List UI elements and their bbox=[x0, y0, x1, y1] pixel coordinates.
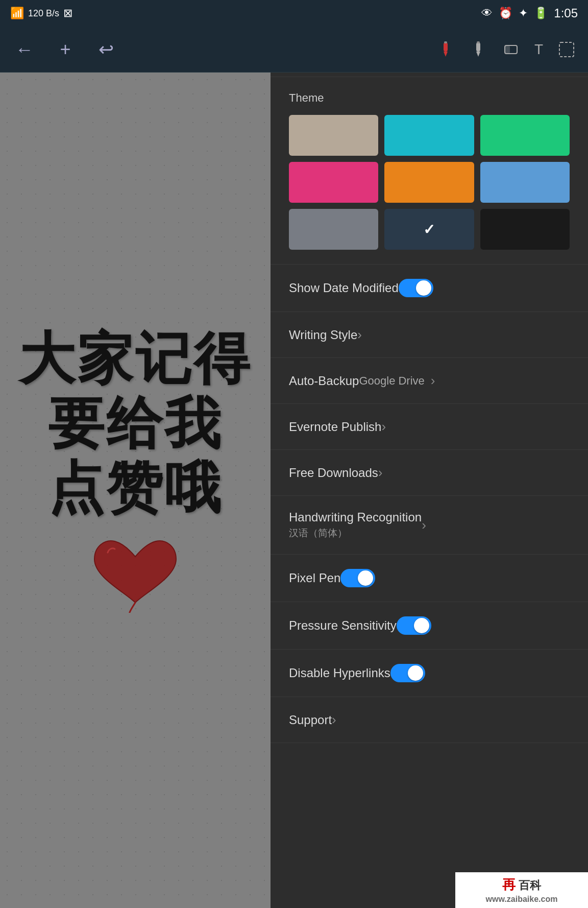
setting-sublabel-handwriting-recognition: 汉语（简体） bbox=[289, 527, 422, 540]
toggle-track-pressure-sensitivity bbox=[397, 616, 431, 635]
wifi-icon: 📶 bbox=[10, 7, 24, 20]
toggle-track-pixel-pen bbox=[340, 569, 375, 587]
pen-active-tool[interactable] bbox=[436, 40, 455, 59]
text-tool[interactable]: T bbox=[534, 41, 543, 58]
setting-row-support[interactable]: Support› bbox=[271, 697, 588, 743]
toolbar: ← + ↩ T bbox=[0, 27, 588, 73]
battery-icon: 🔋 bbox=[534, 7, 548, 20]
status-time: 1:05 bbox=[554, 6, 578, 20]
watermark: 再 百科 www.zaibaike.com bbox=[455, 872, 588, 908]
setting-label-show-date-modified: Show Date Modified bbox=[289, 281, 399, 295]
settings-rows: Show Date ModifiedWriting Style›Auto-Bac… bbox=[271, 265, 588, 743]
setting-label-pressure-sensitivity: Pressure Sensitivity bbox=[289, 618, 397, 633]
setting-row-show-date-modified[interactable]: Show Date Modified bbox=[271, 265, 588, 312]
svg-marker-4 bbox=[476, 52, 480, 57]
setting-row-writing-style[interactable]: Writing Style› bbox=[271, 312, 588, 358]
drawing-tools: T bbox=[436, 40, 576, 59]
svg-rect-5 bbox=[477, 41, 480, 43]
status-left: 📶 120 B/s ⊠ bbox=[10, 7, 72, 20]
theme-swatch-8[interactable] bbox=[480, 209, 570, 250]
toggle-pixel-pen[interactable] bbox=[340, 569, 375, 587]
setting-value-auto-backup: Google Drive bbox=[359, 374, 424, 388]
setting-row-pressure-sensitivity[interactable]: Pressure Sensitivity bbox=[271, 602, 588, 650]
chevron-icon-evernote-publish: › bbox=[381, 419, 386, 435]
theme-swatch-6[interactable] bbox=[289, 209, 378, 250]
chevron-icon-writing-style: › bbox=[357, 327, 362, 343]
alarm-icon: ⏰ bbox=[499, 7, 512, 20]
status-bar: 📶 120 B/s ⊠ 👁 ⏰ ✦ 🔋 1:05 bbox=[0, 0, 588, 27]
canvas-content: 大家记得 要给我 点赞哦 bbox=[0, 73, 271, 908]
theme-grid: ✓ bbox=[289, 115, 570, 250]
theme-swatch-2[interactable] bbox=[480, 115, 570, 156]
svg-rect-0 bbox=[444, 42, 448, 52]
svg-rect-8 bbox=[559, 42, 574, 57]
theme-section: Theme ✓ bbox=[271, 77, 588, 265]
toggle-thumb-pressure-sensitivity bbox=[414, 618, 429, 633]
toggle-thumb-pixel-pen bbox=[358, 570, 373, 586]
setting-row-evernote-publish[interactable]: Evernote Publish› bbox=[271, 404, 588, 450]
setting-label-handwriting-recognition: Handwriting Recognition bbox=[289, 510, 422, 524]
watermark-site: 百科 bbox=[519, 879, 541, 892]
toggle-track-disable-hyperlinks bbox=[390, 664, 425, 682]
setting-label-pixel-pen: Pixel Pen bbox=[289, 571, 340, 585]
undo-button[interactable]: ↩ bbox=[94, 37, 118, 62]
setting-label-writing-style: Writing Style bbox=[289, 328, 357, 342]
pen-tool[interactable] bbox=[469, 40, 487, 59]
task-icon: ⊠ bbox=[63, 7, 72, 20]
setting-label-disable-hyperlinks: Disable Hyperlinks bbox=[289, 666, 390, 680]
chevron-icon-auto-backup: › bbox=[431, 373, 435, 389]
heart-drawing bbox=[84, 531, 186, 613]
signal-text: 120 B/s bbox=[28, 8, 59, 19]
eye-icon: 👁 bbox=[481, 7, 493, 20]
toggle-thumb-show-date-modified bbox=[416, 280, 431, 296]
chevron-icon-free-downloads: › bbox=[378, 465, 383, 481]
eraser-tool[interactable] bbox=[502, 40, 520, 59]
select-tool[interactable] bbox=[557, 40, 576, 59]
toggle-show-date-modified[interactable] bbox=[399, 279, 433, 297]
chevron-icon-support: › bbox=[332, 712, 336, 728]
handwriting-text: 大家记得 要给我 点赞哦 bbox=[19, 327, 252, 521]
toggle-disable-hyperlinks[interactable] bbox=[390, 664, 425, 682]
settings-panel: Settings Theme ✓ Show Date ModifiedWriti… bbox=[271, 27, 588, 908]
back-button[interactable]: ← bbox=[12, 37, 37, 62]
chevron-icon-handwriting-recognition: › bbox=[422, 517, 426, 533]
setting-label-auto-backup: Auto-Backup bbox=[289, 374, 359, 388]
setting-label-evernote-publish: Evernote Publish bbox=[289, 420, 381, 434]
setting-row-auto-backup[interactable]: Auto-BackupGoogle Drive› bbox=[271, 358, 588, 404]
setting-row-handwriting-recognition[interactable]: Handwriting Recognition汉语（简体）› bbox=[271, 496, 588, 555]
svg-rect-2 bbox=[444, 41, 447, 43]
svg-rect-3 bbox=[476, 42, 480, 52]
setting-row-free-downloads[interactable]: Free Downloads› bbox=[271, 450, 588, 496]
toggle-thumb-disable-hyperlinks bbox=[408, 665, 423, 681]
add-button[interactable]: + bbox=[53, 37, 78, 62]
theme-swatch-3[interactable] bbox=[289, 162, 378, 203]
setting-row-pixel-pen[interactable]: Pixel Pen bbox=[271, 555, 588, 602]
theme-swatch-7[interactable]: ✓ bbox=[384, 209, 474, 250]
toggle-pressure-sensitivity[interactable] bbox=[397, 616, 431, 635]
svg-rect-7 bbox=[505, 45, 510, 54]
setting-row-disable-hyperlinks[interactable]: Disable Hyperlinks bbox=[271, 650, 588, 697]
theme-swatch-0[interactable] bbox=[289, 115, 378, 156]
theme-swatch-5[interactable] bbox=[480, 162, 570, 203]
watermark-brand: 再 bbox=[502, 877, 516, 892]
watermark-url: www.zaibaike.com bbox=[486, 895, 558, 903]
setting-label-free-downloads: Free Downloads bbox=[289, 466, 378, 480]
bluetooth-icon: ✦ bbox=[519, 7, 528, 20]
status-right: 👁 ⏰ ✦ 🔋 1:05 bbox=[481, 6, 578, 20]
theme-swatch-1[interactable] bbox=[384, 115, 474, 156]
theme-check-icon: ✓ bbox=[423, 221, 435, 238]
theme-swatch-4[interactable] bbox=[384, 162, 474, 203]
setting-label-support: Support bbox=[289, 713, 332, 727]
toggle-track-show-date-modified bbox=[399, 279, 433, 297]
svg-marker-1 bbox=[444, 52, 448, 57]
theme-label: Theme bbox=[289, 91, 570, 105]
canvas-area: 大家记得 要给我 点赞哦 bbox=[0, 73, 271, 908]
